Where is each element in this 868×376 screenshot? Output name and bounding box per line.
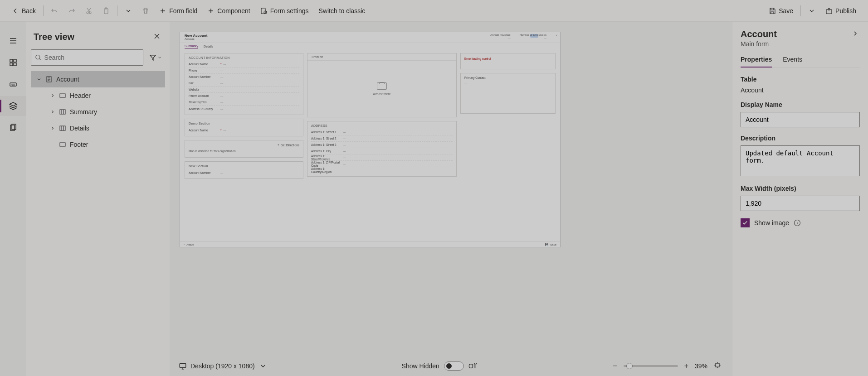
device-dropdown-button[interactable]: [258, 362, 268, 371]
prop-tab-properties[interactable]: Properties: [741, 56, 772, 67]
chevron-right-icon: [50, 109, 55, 115]
status-active: Active: [186, 243, 194, 246]
svg-rect-9: [10, 63, 13, 66]
paste-dropdown-button[interactable]: [120, 5, 137, 17]
section-title: Timeline: [307, 53, 456, 61]
section-address[interactable]: ADDRESS Address 1: Street 1--- Address 1…: [307, 121, 457, 177]
svg-point-0: [87, 12, 88, 14]
section-primary-contact[interactable]: Primary Contact ---: [460, 73, 556, 114]
zoom-slider[interactable]: [624, 365, 678, 367]
field-value: ---: [220, 171, 224, 174]
filter-icon: [149, 54, 156, 61]
form-field-button[interactable]: Form field: [155, 5, 202, 17]
section-title: Demo Section: [189, 122, 299, 125]
form-preview[interactable]: New Account Account Annual Revenue--- Nu…: [180, 32, 561, 247]
field-label: Address 1: Country/Region: [311, 167, 343, 174]
svg-rect-22: [716, 363, 719, 367]
back-button[interactable]: Back: [7, 5, 40, 17]
component-button[interactable]: Component: [203, 5, 254, 17]
separator: [117, 5, 117, 16]
tree-node-header[interactable]: Header: [31, 87, 165, 104]
svg-rect-19: [60, 126, 65, 130]
tree-node-label: Summary: [70, 108, 97, 116]
delete-button[interactable]: [137, 5, 154, 17]
collapse-panel-button[interactable]: [851, 29, 860, 39]
save-dropdown-button[interactable]: [804, 5, 820, 17]
chevron-right-icon: [50, 93, 55, 98]
header-field-value: ---: [508, 37, 511, 40]
canvas-status-bar: Desktop (1920 x 1080) Show Hidden Off − …: [170, 356, 732, 376]
tree-search[interactable]: [31, 49, 143, 66]
field-value: ---: [343, 169, 346, 172]
monitor-icon: [179, 362, 187, 370]
description-input[interactable]: [741, 145, 860, 176]
tree-search-input[interactable]: [44, 54, 139, 61]
field-value: ---: [343, 156, 346, 159]
header-field-value: ---: [544, 37, 546, 40]
show-image-label: Show image: [754, 219, 789, 227]
section-map[interactable]: ⌖Get Directions Map is disabled for this…: [185, 140, 303, 158]
section-timeline[interactable]: Timeline Almost there: [307, 53, 457, 117]
field-label: Address 1: Street 2: [311, 137, 343, 140]
switch-classic-button[interactable]: Switch to classic: [314, 5, 370, 17]
tree-node-details[interactable]: Details: [31, 120, 165, 136]
section-account-info[interactable]: ACCOUNT INFORMATION Account Name*--- Pho…: [185, 53, 303, 115]
show-hidden-toggle[interactable]: [444, 362, 464, 371]
paste-button[interactable]: [98, 5, 114, 17]
top-toolbar: Back Form field Component Form settings …: [0, 0, 868, 22]
preview-tab-details[interactable]: Details: [204, 45, 213, 48]
rail-tree-button[interactable]: [0, 96, 26, 116]
zoom-in-button[interactable]: +: [683, 362, 690, 370]
separator: [800, 5, 801, 16]
section-title: ACCOUNT INFORMATION: [189, 56, 299, 59]
field-value: ---: [343, 130, 346, 134]
table-value: Account: [741, 87, 860, 94]
redo-button[interactable]: [63, 5, 80, 17]
publish-button[interactable]: Publish: [821, 5, 861, 17]
rail-fields-button[interactable]: Abc: [0, 74, 26, 94]
undo-button[interactable]: [46, 5, 63, 17]
save-label: Save: [779, 7, 793, 14]
separator: [43, 5, 44, 16]
svg-text:Abc: Abc: [11, 83, 15, 86]
svg-rect-20: [60, 143, 65, 146]
section-error[interactable]: Error loading control: [460, 53, 556, 69]
show-image-checkbox[interactable]: [741, 218, 750, 227]
section-icon: [59, 141, 66, 148]
tree: Account Header Summary Details Footer: [31, 69, 165, 154]
field-value: ---: [343, 149, 346, 153]
rail-components-button[interactable]: [0, 53, 26, 72]
form-icon: [45, 76, 53, 83]
tree-node-summary[interactable]: Summary: [31, 104, 165, 120]
tree-node-label: Details: [70, 125, 89, 132]
chevron-down-icon: [36, 77, 42, 82]
preview-tab-summary[interactable]: Summary: [185, 44, 198, 48]
form-settings-button[interactable]: Form settings: [256, 5, 313, 17]
prop-tab-events[interactable]: Events: [783, 56, 802, 67]
properties-panel: Account Main form Properties Events Tabl…: [732, 22, 868, 376]
tree-node-footer[interactable]: Footer: [31, 136, 165, 153]
device-label: Desktop (1920 x 1080): [190, 362, 255, 370]
max-width-input[interactable]: [741, 196, 860, 211]
section-demo[interactable]: Demo Section Account Name*---: [185, 119, 303, 136]
preview-subtitle: Account: [185, 38, 207, 40]
rail-hamburger-button[interactable]: [0, 31, 26, 51]
display-name-input[interactable]: [741, 112, 860, 127]
tree-node-account[interactable]: Account: [31, 71, 165, 87]
svg-rect-10: [14, 63, 16, 66]
rail-library-button[interactable]: [0, 118, 26, 138]
toggle-state: Off: [468, 362, 477, 370]
tree-filter-button[interactable]: [146, 49, 165, 66]
tree-panel: Tree view Account He: [26, 22, 170, 376]
section-new[interactable]: New Section Account Number---: [185, 161, 303, 179]
zoom-out-button[interactable]: −: [611, 362, 619, 370]
cut-button[interactable]: [81, 5, 97, 17]
map-disabled-text: Map is disabled for this organization.: [189, 148, 299, 154]
fit-button[interactable]: [712, 362, 723, 371]
save-button[interactable]: Save: [764, 5, 798, 17]
tree-close-button[interactable]: [151, 31, 162, 43]
prop-subtitle: Main form: [741, 40, 777, 48]
timeline-text: Almost there: [373, 92, 390, 96]
svg-rect-2: [104, 9, 108, 14]
field-value: ---: [220, 101, 224, 104]
